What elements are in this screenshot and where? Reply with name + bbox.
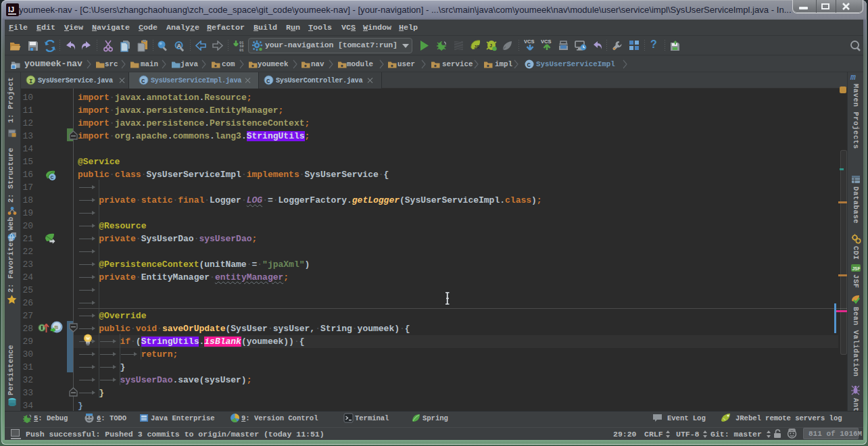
svg-text:VCS: VCS bbox=[541, 39, 551, 45]
svg-text:C: C bbox=[51, 174, 54, 180]
svg-text:C: C bbox=[266, 78, 270, 85]
svg-text:I: I bbox=[29, 78, 32, 85]
svg-text:JR: JR bbox=[474, 45, 480, 50]
svg-text:C: C bbox=[141, 78, 145, 85]
svg-text:01: 01 bbox=[239, 48, 244, 52]
svg-text:VCS: VCS bbox=[524, 39, 534, 45]
svg-text:C: C bbox=[527, 62, 531, 69]
svg-text:J: J bbox=[489, 43, 492, 49]
svg-text:IJ: IJ bbox=[8, 5, 14, 14]
svg-text:JSF: JSF bbox=[852, 266, 861, 271]
